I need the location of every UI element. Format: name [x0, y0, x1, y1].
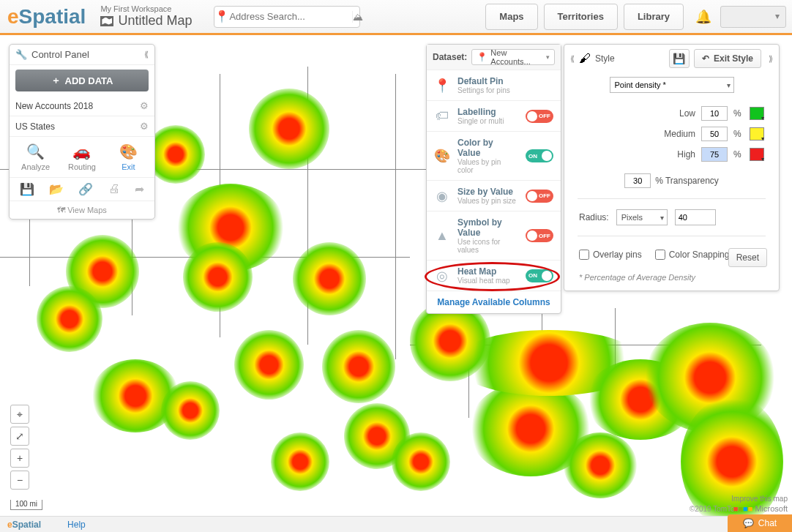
control-panel-title: Control Panel	[31, 49, 89, 60]
dataset-panel: Dataset: 📍 New Accounts... 📍Default PinS…	[426, 44, 561, 314]
dataset-row[interactable]: US States ⚙	[10, 116, 154, 137]
style-option-default-pin[interactable]: 📍Default PinSettings for pins	[427, 70, 561, 101]
heat-blob	[392, 432, 450, 491]
medium-color-swatch[interactable]	[750, 127, 764, 141]
exit-style-button[interactable]: 🎨 Exit	[106, 143, 150, 171]
density-mode-select[interactable]: Point density *	[610, 77, 734, 93]
logo-spatial: Spatial	[19, 5, 86, 29]
toggle-on[interactable]: ON	[526, 269, 553, 282]
option-icon: 🏷	[434, 108, 450, 124]
logo-e: e	[7, 5, 19, 29]
save-style-button[interactable]: 💾	[669, 49, 690, 68]
option-title: Symbol by Value	[457, 217, 518, 238]
low-color-swatch[interactable]	[750, 107, 764, 120]
nav-territories[interactable]: Territories	[544, 4, 618, 30]
address-search[interactable]: 📍 ⛰	[214, 6, 360, 28]
collapse-icon[interactable]: ⟪	[144, 50, 149, 59]
user-dropdown[interactable]	[720, 6, 786, 28]
exit-style-button[interactable]: ↶ Exit Style	[694, 49, 761, 68]
style-option-size-by-value[interactable]: ◉Size by ValueValues by pin sizeOFF	[427, 181, 561, 211]
toggle-on[interactable]: ON	[526, 149, 553, 162]
notifications-icon[interactable]: 🔔	[691, 4, 716, 29]
routing-button[interactable]: 🚗 Routing	[60, 143, 104, 171]
open-icon[interactable]: 📂	[49, 182, 64, 196]
color-snapping-checkbox[interactable]: Color Snapping	[655, 250, 730, 260]
print-icon[interactable]: 🖨	[108, 182, 120, 196]
dataset-label: Dataset:	[433, 52, 467, 62]
workspace-block[interactable]: My First Workspace Untitled Map	[100, 4, 192, 29]
color-snapping-label: Color Snapping	[669, 250, 730, 260]
medium-value-input[interactable]	[701, 127, 728, 141]
dataset-row[interactable]: New Accounts 2018 ⚙	[10, 96, 154, 116]
search-pin-icon[interactable]: 📍	[214, 10, 229, 23]
overlay-pins-checkbox[interactable]: Overlay pins	[579, 250, 642, 260]
collapse-left-icon[interactable]: ⟪	[570, 54, 575, 64]
radius-unit-select[interactable]: Pixels	[616, 209, 668, 225]
style-option-color-by-value[interactable]: 🎨Color by ValueValues by pin colorON	[427, 132, 561, 181]
save-icon[interactable]: 💾	[20, 182, 34, 196]
reset-button[interactable]: Reset	[728, 248, 767, 267]
nav-maps[interactable]: Maps	[485, 4, 537, 30]
level-medium-row: Medium %	[564, 124, 779, 144]
nav-library[interactable]: Library	[624, 4, 684, 30]
transparency-row: % Transparency	[564, 171, 779, 191]
high-value-input[interactable]	[701, 147, 728, 162]
radius-row: Radius: Pixels	[564, 206, 779, 228]
toggle-off[interactable]: OFF	[526, 229, 553, 242]
toggle-off[interactable]: OFF	[526, 190, 553, 203]
option-icon: ◉	[434, 188, 450, 204]
share-icon[interactable]: 🔗	[78, 182, 93, 196]
help-link[interactable]: Help	[67, 520, 86, 530]
overlay-pins-label: Overlay pins	[593, 250, 642, 260]
transparency-label: % Transparency	[655, 176, 719, 186]
palette-icon: 🎨	[116, 143, 141, 160]
option-icon: ▲	[434, 228, 450, 244]
export-icon[interactable]: ➦	[135, 182, 144, 196]
routing-icon: 🚗	[70, 143, 94, 160]
level-low-row: Low %	[564, 103, 779, 124]
style-title: Style	[595, 53, 615, 64]
zoom-window-button[interactable]: ⌖	[10, 405, 29, 424]
option-subtitle: Settings for pins	[457, 86, 553, 94]
search-input[interactable]	[229, 11, 352, 22]
expand-right-icon[interactable]: ⟫	[769, 54, 773, 64]
option-subtitle: Single or multi	[457, 117, 518, 125]
option-icon: 📍	[434, 78, 450, 94]
gear-icon[interactable]: ⚙	[140, 100, 149, 111]
attribution-microsoft: ■■■■ Microsoft	[733, 504, 788, 513]
high-label: High	[677, 149, 695, 160]
zoom-extent-button[interactable]: ⤢	[10, 427, 29, 446]
analyze-button[interactable]: 🔍 Analyze	[14, 143, 58, 171]
heat-blob	[161, 381, 220, 440]
style-option-labelling[interactable]: 🏷LabellingSingle or multiOFF	[427, 101, 561, 132]
dataset-panel-header: Dataset: 📍 New Accounts...	[427, 45, 561, 70]
improve-map-link[interactable]: Improve this map	[731, 495, 788, 503]
add-data-label: ADD DATA	[65, 75, 113, 86]
zoom-out-button[interactable]: −	[10, 471, 29, 490]
add-data-button[interactable]: ＋ ADD DATA	[15, 70, 149, 91]
option-title: Color by Value	[457, 138, 518, 158]
zoom-in-button[interactable]: +	[10, 449, 29, 468]
action-grid: 🔍 Analyze 🚗 Routing 🎨 Exit	[10, 137, 154, 177]
option-subtitle: Use icons for values	[457, 238, 518, 254]
pct-label: %	[733, 108, 744, 119]
plus-icon: ＋	[51, 74, 61, 87]
radius-value-input[interactable]	[675, 209, 716, 225]
heat-blob	[37, 286, 102, 352]
toggle-off[interactable]: OFF	[526, 110, 553, 123]
gear-icon[interactable]: ⚙	[140, 121, 149, 132]
view-maps-link[interactable]: 🗺 View Maps	[10, 201, 154, 219]
chat-button[interactable]: 💬 Chat	[728, 514, 792, 532]
style-option-symbol-by-value[interactable]: ▲Symbol by ValueUse icons for valuesOFF	[427, 211, 561, 261]
style-option-heat-map[interactable]: ◎Heat MapVisual heat mapON	[427, 261, 561, 291]
low-value-input[interactable]	[701, 106, 728, 121]
manage-columns-link[interactable]: Manage Available Columns	[427, 291, 561, 313]
exit-label: Exit	[122, 162, 135, 171]
add-view-icon[interactable]: ⛰	[352, 11, 363, 23]
high-color-swatch[interactable]	[750, 148, 764, 161]
analyze-label: Analyze	[21, 162, 50, 171]
dataset-dropdown[interactable]: 📍 New Accounts...	[471, 49, 555, 65]
control-panel: 🔧 Control Panel ⟪ ＋ ADD DATA New Account…	[9, 44, 155, 220]
option-title: Default Pin	[457, 76, 553, 86]
transparency-input[interactable]	[624, 173, 651, 188]
